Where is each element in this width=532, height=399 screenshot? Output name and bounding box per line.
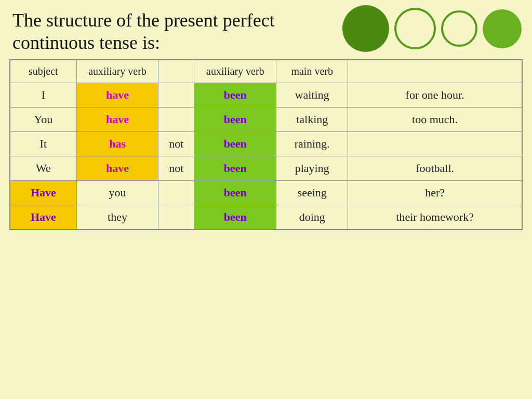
cell-subject-3: We bbox=[10, 156, 76, 181]
table-body: Ihavebeenwaitingfor one hour.Youhavebeen… bbox=[10, 83, 522, 230]
cell-complement-3: football. bbox=[348, 156, 522, 181]
circle-4 bbox=[483, 9, 522, 48]
header-not bbox=[158, 60, 194, 83]
header-aux1: auxiliary verb bbox=[76, 60, 158, 83]
cell-aux1-3: have bbox=[76, 156, 158, 181]
table-row: Youhavebeentalkingtoo much. bbox=[10, 108, 522, 132]
header-mainverb: main verb bbox=[276, 60, 348, 83]
cell-not-1 bbox=[158, 108, 194, 132]
cell-complement-5: their homework? bbox=[348, 205, 522, 230]
header-subject: subject bbox=[10, 60, 76, 83]
cell-aux1-2: has bbox=[76, 132, 158, 156]
cell-aux2-1: been bbox=[194, 108, 276, 132]
cell-aux2-5: been bbox=[194, 205, 276, 230]
header-area: The structure of the present perfect con… bbox=[0, 0, 532, 59]
cell-mainverb-2: raining. bbox=[276, 132, 348, 156]
title-line1: The structure of the present perfect bbox=[12, 10, 275, 31]
header-complement bbox=[348, 60, 522, 83]
grammar-table: subject auxiliary verb auxiliary verb ma… bbox=[9, 59, 523, 230]
cell-subject-4: Have bbox=[10, 181, 76, 205]
cell-mainverb-3: playing bbox=[276, 156, 348, 181]
cell-aux2-4: been bbox=[194, 181, 276, 205]
header-aux2: auxiliary verb bbox=[194, 60, 276, 83]
circle-3 bbox=[441, 10, 477, 47]
cell-mainverb-5: doing bbox=[276, 205, 348, 230]
cell-complement-0: for one hour. bbox=[348, 83, 522, 108]
cell-aux1-0: have bbox=[76, 83, 158, 108]
table-row: Haveyoubeenseeingher? bbox=[10, 181, 522, 205]
cell-not-0 bbox=[158, 83, 194, 108]
cell-aux1-1: have bbox=[76, 108, 158, 132]
cell-aux1-4: you bbox=[76, 181, 158, 205]
title-line2: continuous tense is: bbox=[12, 32, 160, 53]
cell-not-3: not bbox=[158, 156, 194, 181]
cell-mainverb-4: seeing bbox=[276, 181, 348, 205]
circle-2 bbox=[394, 8, 436, 49]
cell-mainverb-1: talking bbox=[276, 108, 348, 132]
cell-mainverb-0: waiting bbox=[276, 83, 348, 108]
table-row: Wehavenotbeenplayingfootball. bbox=[10, 156, 522, 181]
cell-aux2-3: been bbox=[194, 156, 276, 181]
circle-1 bbox=[342, 5, 389, 52]
cell-not-5 bbox=[158, 205, 194, 230]
cell-complement-1: too much. bbox=[348, 108, 522, 132]
cell-complement-2 bbox=[348, 132, 522, 156]
decorative-circles bbox=[342, 5, 522, 52]
cell-subject-0: I bbox=[10, 83, 76, 108]
cell-not-4 bbox=[158, 181, 194, 205]
cell-subject-2: It bbox=[10, 132, 76, 156]
cell-complement-4: her? bbox=[348, 181, 522, 205]
cell-not-2: not bbox=[158, 132, 194, 156]
cell-subject-1: You bbox=[10, 108, 76, 132]
cell-aux2-0: been bbox=[194, 83, 276, 108]
table-wrapper: subject auxiliary verb auxiliary verb ma… bbox=[0, 59, 532, 230]
table-row: Havetheybeendoingtheir homework? bbox=[10, 205, 522, 230]
table-row: Ithasnotbeenraining. bbox=[10, 132, 522, 156]
table-header-row: subject auxiliary verb auxiliary verb ma… bbox=[10, 60, 522, 83]
cell-subject-5: Have bbox=[10, 205, 76, 230]
cell-aux2-2: been bbox=[194, 132, 276, 156]
cell-aux1-5: they bbox=[76, 205, 158, 230]
table-row: Ihavebeenwaitingfor one hour. bbox=[10, 83, 522, 108]
